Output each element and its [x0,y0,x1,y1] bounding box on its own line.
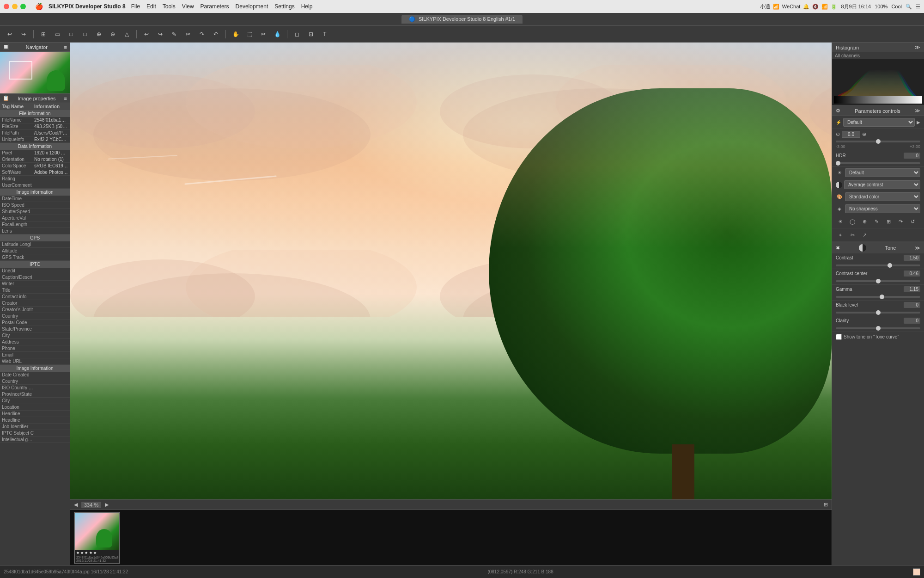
params-expand[interactable]: ≫ [915,108,920,114]
main-tab[interactable]: 🔵 SILKYPIX Developer Studio 8 English #1… [401,15,523,24]
app-name[interactable]: SILKYPIX Developer Studio 8 [49,3,126,10]
nav-thumb-viewport[interactable] [9,61,32,80]
maximize-button[interactable] [20,4,26,9]
menu-view[interactable]: View [182,3,194,10]
black-level-slider[interactable] [836,312,920,314]
prop-iptc-subject[interactable]: IPTC Subject C [0,430,70,437]
toolbar-cut[interactable]: ✂ [182,29,194,39]
tool-icon-2[interactable]: ◯ [848,217,857,226]
toolbar-crop[interactable]: ✂ [257,29,269,39]
color-style-select[interactable]: Standard color Vivid color Portrait colo… [845,192,920,201]
prop-headline[interactable]: Headline [0,411,70,417]
toolbar-grid[interactable]: ⊞ [37,29,49,39]
prop-state[interactable]: State/Province [0,326,70,332]
prop-creator-job[interactable]: Creator's Jobtit [0,307,70,313]
nav-collapse[interactable]: ≡ [64,44,67,50]
prop-phone[interactable]: Phone [0,345,70,352]
prop-location[interactable]: Location [0,404,70,411]
tool-icon-1[interactable]: ☀ [836,217,845,226]
prop-jobid[interactable]: Job Identifier [0,424,70,430]
toolbar-undo2[interactable]: ↩ [140,29,152,39]
histogram-expand[interactable]: ≫ [915,44,920,50]
exp-value-input[interactable] [842,131,860,138]
menu-edit[interactable]: Edit [146,3,156,10]
tone-curve-checkbox[interactable] [836,334,842,340]
close-button[interactable] [4,4,9,9]
prop-city2[interactable]: City [0,398,70,404]
prop-title[interactable]: Title [0,287,70,294]
prop-country[interactable]: Country [0,313,70,320]
scroll-right[interactable]: ▶ [105,502,109,508]
minimize-button[interactable] [12,4,18,9]
toolbar-stamp[interactable]: ⊡ [305,29,317,39]
prop-intellectual[interactable]: Intellectual gene [0,437,70,443]
toolbar-hand[interactable]: ✋ [230,29,242,39]
menu-icon[interactable]: ☰ [916,4,920,10]
exp-min-label: -3.00 [836,144,845,149]
sharpness-select[interactable]: No sharpness Low Medium High [845,204,920,213]
prop-contactinfo[interactable]: Contact info [0,294,70,300]
image-view[interactable] [70,43,832,499]
menu-file[interactable]: File [131,3,140,10]
toolbar-rotate-l[interactable]: ↶ [210,29,222,39]
prop-headline2[interactable]: Headline [0,417,70,424]
exposure-slider[interactable] [836,141,920,142]
toolbar-zoom-out[interactable]: ⊖ [107,29,119,39]
preset-select[interactable]: Default Portrait Landscape [843,118,915,127]
menu-development[interactable]: Development [236,3,268,10]
tool-icon-6[interactable]: ↷ [896,217,905,226]
prop-address[interactable]: Address [0,339,70,345]
tool-icon-4[interactable]: ✎ [872,217,881,226]
tool-icon-7[interactable]: ↺ [908,217,917,226]
tone-header[interactable]: ✖ Tone ≫ [832,242,924,253]
toolbar-rotate-r[interactable]: ↷ [196,29,208,39]
toolbar-select[interactable]: ⬚ [243,29,255,39]
prop-email[interactable]: Email [0,352,70,358]
prop-unedit[interactable]: Unedit [0,268,70,274]
toolbar-text[interactable]: T [319,29,331,39]
filmstrip-item-1[interactable]: ★ ★ ★ ★ ★ 2548f01dba1d645e059b95a743f0f4… [74,512,120,564]
search-icon[interactable]: 🔍 [906,4,912,10]
gamma-slider[interactable] [836,296,920,298]
prop-caption[interactable]: Caption/Descri [0,274,70,281]
color-mode-select[interactable]: Default Vivid Portrait [845,168,920,177]
contrast-slider[interactable] [836,264,920,266]
toolbar-dropper[interactable]: 💧 [271,29,283,39]
prop-weburl[interactable]: Web URL [0,358,70,365]
prop-country2[interactable]: Country [0,378,70,385]
contrast-center-slider[interactable] [836,280,920,282]
toolbar-zoom-in[interactable]: ⊕ [93,29,105,39]
toolbar-mask[interactable]: ◻ [291,29,303,39]
toolbar-brush[interactable]: ✎ [168,29,180,39]
menu-tools[interactable]: Tools [163,3,176,10]
toolbar-redo[interactable]: ↪ [18,29,30,39]
menu-parameters[interactable]: Parameters [201,3,229,10]
prop-creator[interactable]: Creator [0,300,70,307]
menu-help[interactable]: Help [301,3,313,10]
prop-writer[interactable]: Writer [0,281,70,287]
toolbar-view3[interactable]: □ [79,29,91,39]
tool-icon-3[interactable]: ⊕ [860,217,869,226]
prop-iso-country[interactable]: ISO Country Co [0,385,70,391]
toolbar-view2[interactable]: □ [65,29,77,39]
tool-icon-8[interactable]: ⌖ [836,230,845,240]
scroll-left[interactable]: ◀ [74,502,78,508]
fullscreen-btn[interactable]: ⊞ [824,502,828,508]
tool-icon-9[interactable]: ✂ [848,230,857,240]
prop-city-iptc[interactable]: City [0,332,70,339]
toolbar-redo2[interactable]: ↪ [154,29,166,39]
prop-province[interactable]: Province/State [0,391,70,398]
contrast-mode-select[interactable]: Average contrast Soft contrast Hard cont… [844,180,920,189]
tool-icon-10[interactable]: ↗ [860,230,869,240]
apple-menu[interactable]: 🍎 [35,3,43,10]
props-collapse[interactable]: ≡ [64,96,67,101]
toolbar-undo[interactable]: ↩ [4,29,16,39]
hdr-slider[interactable] [836,162,920,164]
toolbar-view1[interactable]: ▭ [51,29,63,39]
clarity-slider[interactable] [836,327,920,329]
tool-icon-5[interactable]: ⊞ [884,217,893,226]
prop-postal[interactable]: Postal Code [0,320,70,326]
prop-datecreated[interactable]: Date Created [0,372,70,378]
menu-settings[interactable]: Settings [274,3,294,10]
toolbar-warning[interactable]: △ [121,29,133,39]
